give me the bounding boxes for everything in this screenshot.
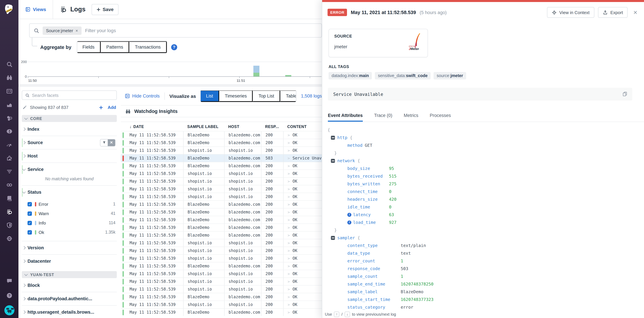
- tab-trace-0-[interactable]: Trace (0): [374, 111, 392, 122]
- nav-item-monitors[interactable]: [0, 125, 18, 138]
- facet-row-datacenter[interactable]: Datacenter: [22, 255, 117, 268]
- visualize-option-timeseries[interactable]: Timeseries: [219, 90, 253, 102]
- nav-item-pipelines[interactable]: [0, 165, 18, 178]
- facet-value-ok[interactable]: ✓Ok1.35k: [28, 228, 116, 237]
- search-filter-tag[interactable]: Source:jmeter ×: [42, 26, 82, 35]
- facet-row-block[interactable]: Block: [22, 279, 117, 292]
- info-icon[interactable]: i: [347, 213, 351, 217]
- copy-icon[interactable]: [622, 91, 628, 97]
- log-row-4[interactable]: May 11 11:52:58.539BlazeDemoblazedemo.co…: [121, 154, 322, 162]
- col-date[interactable]: ↓DATE: [126, 124, 183, 129]
- visualize-option-table[interactable]: Table: [280, 90, 296, 102]
- hide-controls-button[interactable]: Hide Controls: [121, 94, 164, 99]
- log-row-3[interactable]: May 11 11:52:58.539shopist.ioshopist.io2…: [121, 147, 322, 154]
- nav-item-security[interactable]: [0, 218, 18, 232]
- aggregate-option-fields[interactable]: Fields: [77, 41, 100, 53]
- log-row-9[interactable]: May 11 11:52:58.539shopist.ioshopist.io2…: [121, 193, 322, 200]
- facet-filter-icon[interactable]: [100, 139, 108, 146]
- col-resp[interactable]: RESP...: [261, 125, 283, 129]
- log-row-14[interactable]: May 11 11:52:58.539BlazeDemoblazedemo.co…: [121, 231, 322, 239]
- log-row-15[interactable]: May 11 11:52:58.539shopist.ioshopist.io2…: [121, 239, 322, 247]
- tab-metrics[interactable]: Metrics: [404, 111, 418, 122]
- user-avatar[interactable]: [4, 305, 14, 315]
- help-icon[interactable]: ?: [171, 44, 177, 50]
- datadog-logo[interactable]: STAGING: [0, 0, 18, 18]
- tag-source[interactable]: source:jmeter: [434, 72, 466, 79]
- log-row-23[interactable]: May 11 11:52:58.539shopist.ioshopist.io2…: [121, 301, 322, 308]
- visualize-option-top-list[interactable]: Top List: [253, 90, 280, 102]
- remove-filter-icon[interactable]: ×: [76, 28, 78, 33]
- log-row-11[interactable]: May 11 11:52:58.539BlazeDemoblazedemo.co…: [121, 208, 322, 216]
- facet-clear-filter-icon[interactable]: ✕: [108, 139, 115, 146]
- tab-event-attributes[interactable]: Event Attributes: [328, 111, 363, 122]
- log-row-12[interactable]: May 11 11:52:58.539BlazeDemoblazedemo.co…: [121, 216, 322, 223]
- facet-row-host[interactable]: Host: [22, 150, 117, 162]
- log-row-8[interactable]: May 11 11:52:58.539shopist.ioshopist.io2…: [121, 185, 322, 193]
- facet-value-error[interactable]: ✓Error1: [28, 199, 116, 209]
- log-row-24[interactable]: May 11 11:52:58.539BlazeDemoblazedemo.co…: [121, 308, 322, 316]
- collapse-icon[interactable]: [331, 136, 335, 140]
- log-row-17[interactable]: May 11 11:52:58.539shopist.ioshopist.io2…: [121, 254, 322, 262]
- nav-item-metrics[interactable]: [0, 98, 18, 111]
- nav-item-help[interactable]: ?: [0, 291, 18, 301]
- facet-value-warn[interactable]: ✓Warn41: [28, 209, 116, 218]
- col-content[interactable]: CONTENT: [283, 125, 322, 129]
- facet-row-version[interactable]: Version: [22, 241, 117, 254]
- facet-row-data-protopayload-authentic-[interactable]: data.protoPayload.authentic...: [22, 292, 117, 305]
- facet-row-service[interactable]: Service: [22, 163, 117, 176]
- aggregate-option-patterns[interactable]: Patterns: [100, 41, 129, 53]
- export-button[interactable]: Export: [598, 7, 628, 18]
- pencil-icon[interactable]: [22, 105, 27, 110]
- log-row-5[interactable]: May 11 11:52:58.539BlazeDemoblazedemo.co…: [121, 162, 322, 169]
- log-row-7[interactable]: May 11 11:52:58.539shopist.ioshopist.io2…: [121, 177, 322, 185]
- collapse-icon[interactable]: [331, 159, 335, 163]
- log-row-10[interactable]: May 11 11:52:58.539BlazeDemoblazedemo.co…: [121, 200, 322, 208]
- tag-datadogindex[interactable]: datadog.index:main: [328, 72, 372, 79]
- checkbox-checked-icon[interactable]: ✓: [28, 221, 32, 225]
- nav-item-search[interactable]: [0, 58, 18, 71]
- views-button[interactable]: Views: [18, 0, 53, 19]
- log-row-21[interactable]: May 11 11:52:58.539shopist.ioshopist.io2…: [121, 285, 322, 293]
- log-row-13[interactable]: May 11 11:52:58.539BlazeDemoblazedemo.co…: [121, 223, 322, 231]
- chart-bar[interactable]: [253, 66, 260, 76]
- col-sample-label[interactable]: SAMPLE LABEL: [183, 125, 224, 129]
- facet-row-source[interactable]: Source✕: [22, 136, 117, 149]
- nav-item-logs[interactable]: [0, 205, 18, 218]
- add-facet-button[interactable]: Add: [99, 105, 116, 110]
- nav-item-ux-monitoring[interactable]: [0, 232, 18, 245]
- checkbox-checked-icon[interactable]: ✓: [28, 202, 32, 206]
- log-row-19[interactable]: May 11 11:52:58.539shopist.ioshopist.io2…: [121, 270, 322, 278]
- facet-group-yuan-test[interactable]: YUAN-TEST: [22, 271, 117, 278]
- arrow-down-keycap[interactable]: ↓: [344, 312, 350, 317]
- facet-row-index[interactable]: Index: [22, 123, 117, 136]
- arrow-up-keycap[interactable]: ↑: [334, 312, 340, 317]
- facet-row-http-useragent-details-brows-[interactable]: http.useragent_details.brows...: [22, 306, 117, 318]
- log-row-22[interactable]: May 11 11:52:58.539BlazeDemoblazedemo.co…: [121, 293, 322, 301]
- aggregate-option-transactions[interactable]: Transactions: [129, 41, 167, 53]
- nav-item-dashboards[interactable]: [0, 84, 18, 98]
- search-input[interactable]: [85, 28, 318, 33]
- nav-item-notebooks[interactable]: [0, 192, 18, 205]
- checkbox-checked-icon[interactable]: ✓: [28, 211, 32, 216]
- close-panel-icon[interactable]: ×: [632, 8, 639, 16]
- log-row-16[interactable]: May 11 11:52:58.539shopist.ioshopist.io2…: [121, 247, 322, 254]
- facet-value-info[interactable]: ✓Info114: [28, 218, 116, 228]
- nav-item-watchdog[interactable]: [0, 71, 18, 84]
- view-in-context-button[interactable]: View in Context: [547, 7, 594, 18]
- facet-group-core[interactable]: CORE: [22, 115, 117, 122]
- visualize-option-list[interactable]: List: [201, 90, 219, 102]
- log-row-20[interactable]: May 11 11:52:58.539shopist.ioshopist.io2…: [121, 278, 322, 285]
- nav-item-infrastructure[interactable]: [0, 111, 18, 125]
- tag-sensitivedata[interactable]: sensitive_data:swift_code: [375, 72, 430, 79]
- nav-item-integrations[interactable]: [0, 152, 18, 165]
- log-row-6[interactable]: May 11 11:52:58.539shopist.ioshopist.io2…: [121, 169, 322, 177]
- nav-item-ci[interactable]: [0, 178, 18, 192]
- log-count-link[interactable]: 1,508 logs: [301, 94, 322, 99]
- watchdog-insights-bar[interactable]: Watchdog Insights: [121, 105, 322, 117]
- nav-item-chat[interactable]: [0, 276, 18, 286]
- chart-bar[interactable]: [285, 75, 291, 76]
- save-button[interactable]: Save: [92, 4, 118, 15]
- col-host[interactable]: HOST: [224, 125, 261, 129]
- log-row-18[interactable]: May 11 11:52:58.539BlazeDemoblazedemo.co…: [121, 262, 322, 270]
- collapse-icon[interactable]: [331, 236, 335, 240]
